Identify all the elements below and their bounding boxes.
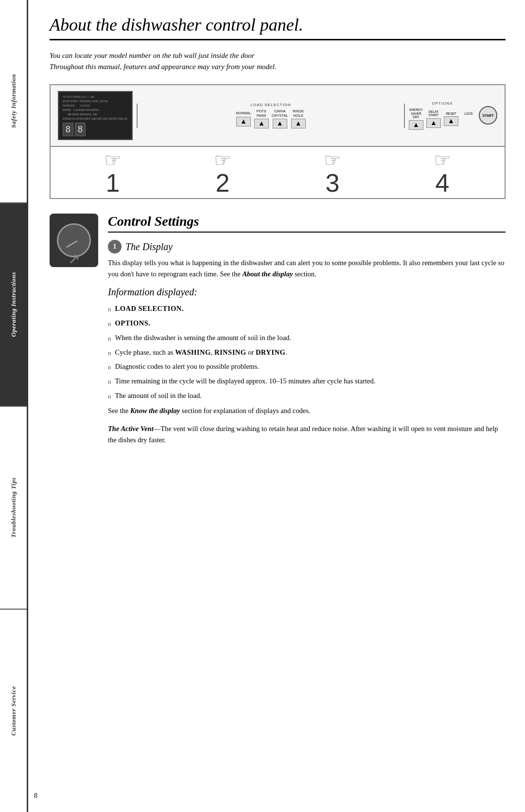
bullet-options-text: OPTIONS. <box>115 319 151 327</box>
sidebar-item-operating[interactable]: Operating Instructions <box>0 203 27 407</box>
active-vent-text: The Active Vent—The vent will close duri… <box>108 423 506 446</box>
bullet-diagnostic: n Diagnostic codes to alert you to possi… <box>108 361 506 372</box>
section1-number: 1 <box>113 243 117 251</box>
page-number: 8 <box>34 792 37 800</box>
lcd-display-section: AUTO CHINA LO——HI POTS PANS SENSING SOIL… <box>58 91 133 140</box>
lcd-labels: AUTO CHINA LO——HI POTS PANS SENSING SOIL… <box>63 95 128 121</box>
lcd-label-5: HEATED RINSING HR <box>63 112 128 117</box>
section1-badge: 1 <box>108 240 122 253</box>
load-selection-area: LOAD SELECTION NORMAL ▲ POTSPANS ▲ CHINA… <box>141 103 400 128</box>
options-buttons: ENERGYSAVERDRY ▲ DELAYSTART ▲ RESET ▲ LO… <box>409 108 476 130</box>
lcd-label-6: ENERGYSAVER DRY AIR DRYING RESET DELAY <box>63 117 128 121</box>
lcd-label-2: POTS PANS SENSING SOIL LEVEL <box>63 99 128 104</box>
number-3: 3 <box>326 170 340 196</box>
hand-icon-1: ☞ <box>104 151 122 170</box>
rinsing-label: RINSING <box>214 348 246 356</box>
number-1: 1 <box>106 170 120 196</box>
page-title: About the dishwasher control panel. <box>50 15 506 40</box>
options-area: OPTIONS ENERGYSAVERDRY ▲ DELAYSTART ▲ RE… <box>409 101 497 130</box>
lcd-label-1: AUTO CHINA LO——HI <box>63 95 128 99</box>
options-group: OPTIONS ENERGYSAVERDRY ▲ DELAYSTART ▲ RE… <box>409 101 476 130</box>
lcd-label-3: NORMAL CLEAN <box>63 104 128 108</box>
bullet-time-text: Time remaining in the cycle will be disp… <box>115 376 506 387</box>
reset-btn-label: RESET <box>446 112 456 116</box>
lcd-digit-display: 8 8 <box>63 123 128 136</box>
about-display-link: About the display <box>242 270 293 278</box>
subtitle-line2: Throughout this manual, features and app… <box>50 63 277 71</box>
bullet-load-selection-text: LOAD SELECTION. <box>115 305 184 312</box>
info-displayed-title: Information displayed: <box>108 287 506 298</box>
bullet-time: n Time remaining in the cycle will be di… <box>108 376 506 387</box>
load-selection-buttons: NORMAL ▲ POTSPANS ▲ CHINACRYSTAL ▲ RINSE… <box>141 109 400 128</box>
sidebar-label-safety: Safety Information <box>10 74 18 128</box>
main-content: About the dishwasher control panel. You … <box>30 0 525 482</box>
sidebar: Safety Information Operating Instruction… <box>0 0 28 812</box>
options-header: OPTIONS <box>409 101 476 106</box>
pots-pans-btn-label: POTSPANS <box>257 109 266 118</box>
normal-btn-arrow: ▲ <box>236 117 251 126</box>
rinse-hold-btn-label: RINSEHOLD <box>293 109 304 118</box>
load-selection-header: LOAD SELECTION <box>141 103 400 107</box>
number-col-3: ☞ 3 <box>278 151 387 196</box>
reset-btn-arrow: ▲ <box>444 116 458 126</box>
bullet-sensing: n When the dishwasher is sensing the amo… <box>108 333 506 343</box>
panel-divider-2 <box>404 104 405 128</box>
washing-label: WASHING <box>175 348 211 356</box>
dial-hand <box>66 240 77 248</box>
bullet-options: n OPTIONS. <box>108 318 506 329</box>
energy-saver-btn-label: ENERGYSAVERDRY <box>409 108 422 119</box>
normal-btn-label: NORMAL <box>236 111 251 115</box>
energy-saver-btn[interactable]: ENERGYSAVERDRY ▲ <box>409 108 423 130</box>
number-col-1: ☞ 1 <box>58 151 168 196</box>
lcd-label-4: RINSE LOCKED WASHING <box>63 108 128 112</box>
pots-pans-btn[interactable]: POTSPANS ▲ <box>254 109 269 128</box>
section1-header-row: 1 The Display <box>108 240 506 253</box>
subtitle-line1: You can locate your model number on the … <box>50 52 255 59</box>
dial-icon: ↗ <box>50 214 98 267</box>
pots-pans-btn-arrow: ▲ <box>254 119 269 128</box>
subtitle: You can locate your model number on the … <box>50 50 506 72</box>
see-display-text: See the Know the display section for exp… <box>108 405 506 416</box>
china-crystal-btn-arrow: ▲ <box>273 119 287 128</box>
hand-icon-3: ☞ <box>324 151 341 170</box>
sidebar-item-safety[interactable]: Safety Information <box>0 0 27 203</box>
drying-label: DRYING <box>256 348 285 356</box>
number-col-4: ☞ 4 <box>387 151 497 196</box>
rinse-hold-btn[interactable]: RINSEHOLD ▲ <box>291 109 306 128</box>
number-4: 4 <box>436 170 450 196</box>
section1-subtitle: The Display <box>125 241 173 253</box>
lcd-digit-left: 8 <box>63 123 73 136</box>
section1-badge-row: 1 The Display <box>108 240 173 253</box>
sidebar-label-customer: Customer Service <box>10 686 18 736</box>
sidebar-label-troubleshooting: Troubleshooting Tips <box>10 477 18 538</box>
bullet-cycle-phase: n Cycle phase, such as WASHING, RINSING … <box>108 347 506 358</box>
control-settings-title: Control Settings <box>108 214 506 233</box>
control-settings-content: Control Settings 1 The Display This disp… <box>108 214 506 452</box>
number-2: 2 <box>216 170 230 196</box>
china-crystal-btn[interactable]: CHINACRYSTAL ▲ <box>272 109 288 128</box>
section1-body: This display tells you what is happening… <box>108 257 506 280</box>
bullet-diagnostic-text: Diagnostic codes to alert you to possibl… <box>115 361 506 372</box>
control-settings-wrapper: ↗ Control Settings 1 The Display This di… <box>50 214 506 452</box>
bullet-soil-text: The amount of soil in the load. <box>115 391 506 401</box>
rinse-hold-btn-arrow: ▲ <box>291 119 306 128</box>
start-button[interactable]: START <box>479 106 497 125</box>
delay-start-btn-arrow: ▲ <box>426 118 441 128</box>
energy-saver-btn-arrow: ▲ <box>409 120 423 130</box>
bullet-load-selection: n LOAD SELECTION. <box>108 304 506 314</box>
active-vent-label: The Active Vent <box>108 425 154 433</box>
sidebar-item-customer[interactable]: Customer Service <box>0 610 27 812</box>
lock-btn[interactable]: LOCK <box>461 112 476 126</box>
sidebar-item-troubleshooting[interactable]: Troubleshooting Tips <box>0 407 27 610</box>
dial-arrow: ↗ <box>68 250 80 267</box>
bullet-soil: n The amount of soil in the load. <box>108 391 506 401</box>
sidebar-label-operating: Operating Instructions <box>10 272 18 337</box>
bullet-sensing-text: When the dishwasher is sensing the amoun… <box>115 333 506 343</box>
normal-btn[interactable]: NORMAL ▲ <box>236 111 251 126</box>
reset-btn[interactable]: RESET ▲ <box>444 112 458 126</box>
delay-start-btn[interactable]: DELAYSTART ▲ <box>426 110 441 128</box>
know-display-link: Know the display <box>130 407 180 415</box>
hand-icon-4: ☞ <box>434 151 451 170</box>
lcd-digit-right: 8 <box>75 123 86 136</box>
china-crystal-btn-label: CHINACRYSTAL <box>272 109 288 118</box>
